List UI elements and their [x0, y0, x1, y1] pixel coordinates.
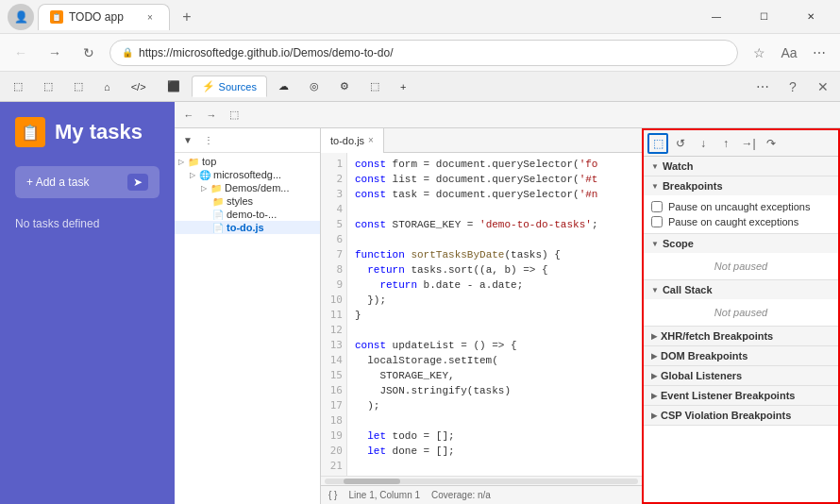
editor-tab-todojs[interactable]: to-do.js × [321, 128, 384, 153]
file-tree-more-btn[interactable]: ⋮ [199, 131, 218, 150]
favorites-button[interactable]: ☆ [746, 40, 772, 66]
debug-step-btn[interactable]: →| [738, 133, 759, 154]
devtools-tab-more[interactable]: + [391, 77, 415, 96]
add-task-label: + Add a task [26, 176, 89, 189]
main-area: 📋 My tasks + Add a task ➤ No tasks defin… [0, 102, 840, 504]
section-csp: ▶ CSP Violation Breakpoints [644, 406, 838, 426]
file-tree-collapse-btn[interactable]: ▼ [178, 131, 197, 150]
browser-actions: ☆ Aa ⋯ [746, 40, 832, 66]
code-editor: to-do.js × 1234 5678 9101112 13141516 17… [321, 128, 642, 504]
devtools-tab-inspect[interactable]: ⬚ [4, 76, 32, 96]
minimize-button[interactable]: — [695, 4, 738, 30]
pause-uncaught-checkbox[interactable] [651, 201, 663, 212]
back-button[interactable]: ← [8, 40, 34, 66]
devtools-tab-settings[interactable]: ⚙ [330, 76, 359, 96]
tab-favicon: 📋 [50, 10, 63, 24]
section-watch-header[interactable]: ▼ Watch [644, 157, 838, 176]
section-callstack-header[interactable]: ▼ Call Stack [644, 280, 838, 299]
debug-pause-btn[interactable]: ⬚ [647, 133, 668, 154]
refresh-button[interactable]: ↻ [76, 40, 102, 66]
tree-item-demos[interactable]: ▷ 📁 Demos/dem... [175, 181, 320, 194]
section-dom: ▶ DOM Breakpoints [644, 346, 838, 366]
section-event-header[interactable]: ▶ Event Listener Breakpoints [644, 386, 838, 405]
pause-caught-label: Pause on caught exceptions [668, 216, 798, 227]
profile-icon[interactable]: 👤 [8, 4, 34, 30]
app-sidebar: 📋 My tasks + Add a task ➤ No tasks defin… [0, 102, 175, 504]
section-event: ▶ Event Listener Breakpoints [644, 386, 838, 406]
debug-deactivate-btn[interactable]: ↷ [761, 133, 781, 154]
devtools-tab-sources[interactable]: ⚡ Sources [192, 76, 267, 97]
sources-toggle-btn[interactable]: ⬚ [224, 105, 244, 126]
devtools-tab-console[interactable]: ⬛ [158, 76, 190, 96]
horizontal-scrollbar[interactable] [321, 476, 642, 485]
sources-content: ▼ ⋮ ▷ 📁 top ▷ 🌐 [175, 128, 840, 504]
pause-caught-item[interactable]: Pause on caught exceptions [651, 214, 831, 229]
devtools-tab-performance[interactable]: ◎ [300, 76, 328, 96]
forward-button[interactable]: → [42, 40, 68, 66]
status-line-col: Line 1, Column 1 [348, 490, 420, 500]
pause-uncaught-item[interactable]: Pause on uncaught exceptions [651, 199, 831, 214]
debug-step-over-btn[interactable]: ↺ [670, 133, 691, 154]
devtools-tab-pick[interactable]: ⬚ [34, 76, 62, 96]
browser-tab[interactable]: 📋 TODO app × [38, 4, 170, 30]
maximize-button[interactable]: ☐ [742, 4, 785, 30]
tree-item-todojs-label: to-do.js [227, 222, 264, 233]
tab-title: TODO app [69, 10, 137, 24]
code-content[interactable]: 1234 5678 9101112 13141516 17181920 2122… [321, 153, 642, 476]
pause-caught-checkbox[interactable] [651, 216, 663, 227]
devtools-close-button[interactable]: ✕ [810, 74, 836, 100]
read-aloud-button[interactable]: Aa [776, 40, 802, 66]
tree-item-demo-to[interactable]: 📄 demo-to-... [175, 208, 320, 221]
debugger-toolbar: ⬚ ↺ ↓ ↑ →| ↷ [644, 130, 838, 157]
devtools-panel: ⬚ ⬚ ⬚ ⌂ </> ⬛ ⚡ Sources ☁ ◎ ⚙ ⬚ + ⋯ ? ✕ [0, 72, 840, 504]
sources-forward-btn[interactable]: → [201, 105, 222, 126]
section-watch-arrow: ▼ [651, 162, 659, 171]
tree-item-top-label: top [202, 156, 216, 167]
devtools-tab-elements[interactable]: </> [122, 77, 156, 96]
scrollbar-track [325, 479, 638, 484]
tree-item-todo-js[interactable]: 📄 to-do.js [175, 221, 320, 234]
add-task-button[interactable]: + Add a task ➤ [15, 166, 160, 198]
tab-close-button[interactable]: × [143, 9, 158, 25]
file-tree-content: ▷ 📁 top ▷ 🌐 microsoftedg... [175, 153, 320, 236]
app-title: My tasks [55, 120, 143, 144]
tree-item-top[interactable]: ▷ 📁 top [175, 155, 320, 168]
tree-item-domain-label: microsoftedg... [213, 169, 281, 180]
devtools-help-button[interactable]: ? [780, 74, 806, 100]
tab-bar: 👤 📋 TODO app × + [8, 4, 687, 30]
new-tab-button[interactable]: + [174, 4, 200, 30]
editor-status-bar: { } Line 1, Column 1 Coverage: n/a [321, 485, 642, 504]
browser-settings-button[interactable]: ⋯ [806, 40, 832, 66]
tree-item-domain[interactable]: ▷ 🌐 microsoftedg... [175, 168, 320, 181]
debug-step-into-btn[interactable]: ↓ [693, 133, 714, 154]
tree-item-demoto-label: demo-to-... [227, 209, 277, 220]
address-text: https://microsoftedge.github.io/Demos/de… [139, 46, 726, 59]
callstack-not-paused: Not paused [651, 303, 831, 322]
devtools-tab-device[interactable]: ⬚ [64, 76, 92, 96]
address-input[interactable]: 🔒 https://microsoftedge.github.io/Demos/… [109, 40, 738, 66]
devtools-tab-application[interactable]: ⬚ [361, 76, 389, 96]
section-breakpoints-content: Pause on uncaught exceptions Pause on ca… [644, 195, 838, 233]
devtools-tab-network[interactable]: ☁ [269, 76, 298, 96]
section-dom-label: DOM Breakpoints [661, 350, 748, 361]
section-global-header[interactable]: ▶ Global Listeners [644, 366, 838, 385]
sources-back-btn[interactable]: ← [178, 105, 199, 126]
section-breakpoints-header[interactable]: ▼ Breakpoints [644, 176, 838, 195]
editor-tab-close-icon[interactable]: × [368, 135, 374, 145]
browser-window: 👤 📋 TODO app × + — ☐ ✕ ← → ↻ 🔒 https://m… [0, 0, 840, 504]
tree-item-styles[interactable]: 📁 styles [175, 194, 320, 208]
scrollbar-thumb[interactable] [344, 479, 400, 484]
editor-tabs: to-do.js × [321, 128, 642, 153]
section-xhr-header[interactable]: ▶ XHR/fetch Breakpoints [644, 327, 838, 345]
close-button[interactable]: ✕ [789, 4, 832, 30]
section-csp-label: CSP Violation Breakpoints [661, 410, 791, 421]
section-dom-header[interactable]: ▶ DOM Breakpoints [644, 346, 838, 365]
section-scope-header[interactable]: ▼ Scope [644, 234, 838, 253]
devtools-more-actions: ⋯ ? ✕ [749, 74, 836, 100]
debug-step-out-btn[interactable]: ↑ [715, 133, 736, 154]
sources-secondary-toolbar: ← → ⬚ [175, 102, 840, 128]
devtools-tab-home[interactable]: ⌂ [94, 77, 120, 96]
status-coverage: Coverage: n/a [431, 490, 491, 500]
section-csp-header[interactable]: ▶ CSP Violation Breakpoints [644, 406, 838, 425]
devtools-overflow-button[interactable]: ⋯ [749, 74, 776, 100]
